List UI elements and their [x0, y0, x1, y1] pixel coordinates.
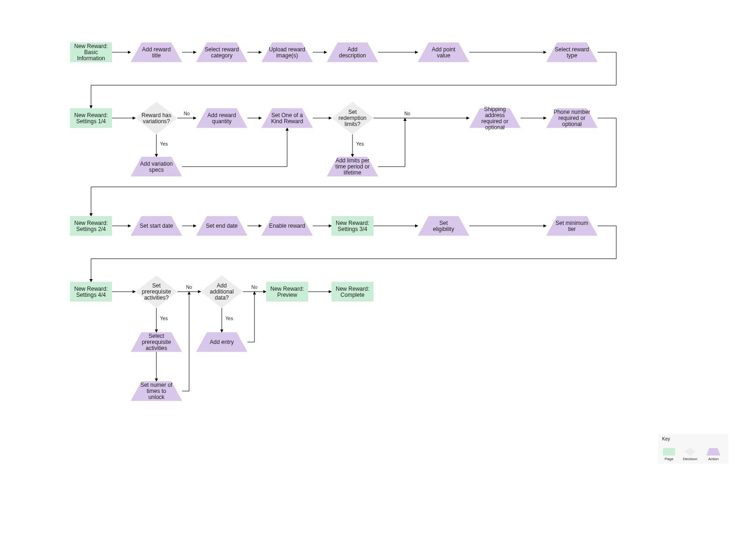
edge-a_varspec-a_one — [182, 128, 287, 167]
legend-label-decision: Decision — [683, 457, 698, 461]
lbl-d_vars-no: No — [184, 111, 190, 116]
flowchart-canvas: New Reward:BasicInformationAdd rewardtit… — [0, 0, 747, 560]
lbl-d_limits-no: No — [404, 111, 410, 116]
lbl-d_adddata-yes: Yes — [226, 316, 233, 321]
node-label-a_end: Set end date — [206, 223, 238, 229]
edge-a_entry-merge — [247, 292, 254, 342]
legend-label-page: Page — [665, 457, 674, 461]
legend: KeyPageDecisionAction — [658, 434, 728, 464]
node-label-p_set1: New Reward:Settings 1/4 — [74, 112, 108, 125]
legend-label-action: Action — [708, 457, 719, 461]
edge-a_limits-merge — [378, 118, 405, 167]
node-label-p_set3: New Reward:Settings 3/4 — [336, 220, 369, 232]
node-label-a_ship: Shippingaddressrequired oroptional — [481, 106, 508, 131]
lbl-d_prereq-yes: Yes — [160, 316, 168, 321]
node-label-a_enable: Enable reward — [269, 223, 305, 229]
node-label-a_one: Set One of aKind Reward — [271, 112, 303, 125]
node-label-p_set4: New Reward:Settings 4/4 — [74, 286, 108, 298]
lbl-d_prereq-no: No — [186, 285, 192, 290]
edge-a_unlock-merge — [182, 292, 189, 391]
lbl-d_vars-yes: Yes — [160, 141, 168, 147]
legend-title: Key — [662, 436, 670, 441]
node-label-a_entry: Add entry — [210, 339, 233, 345]
node-label-a_start: Set start date — [140, 223, 173, 229]
legend-swatch-page — [663, 448, 675, 455]
lbl-d_adddata-no: No — [252, 285, 258, 290]
node-label-p_set2: New Reward:Settings 2/4 — [74, 220, 108, 232]
lbl-d_limits-yes: Yes — [356, 141, 364, 147]
node-label-d_vars: Reward hasvariations? — [141, 112, 171, 125]
node-label-p_complete: New Reward:Complete — [336, 286, 369, 298]
